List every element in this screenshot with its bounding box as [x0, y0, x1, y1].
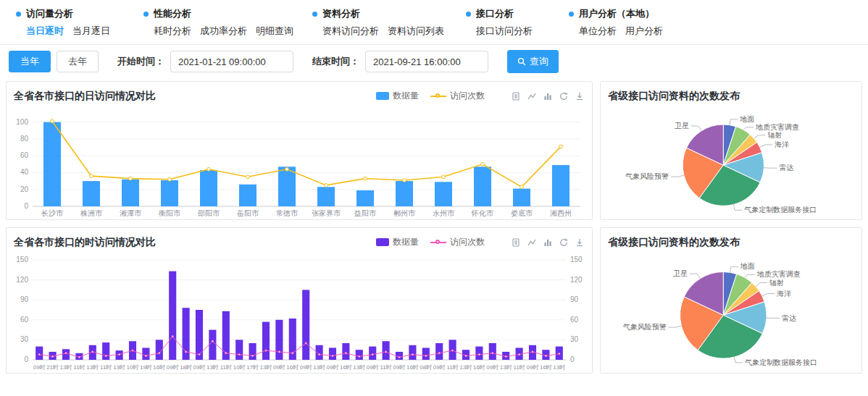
start-time-input[interactable] — [170, 51, 293, 72]
nav-group-title: 用户分析（本地） — [579, 7, 654, 20]
svg-text:09时: 09时 — [33, 364, 46, 371]
svg-text:08时: 08时 — [420, 364, 432, 371]
svg-text:益阳市: 益阳市 — [354, 209, 377, 217]
nav-item-hourly-today[interactable]: 当日逐时 — [26, 25, 64, 38]
svg-text:150: 150 — [570, 256, 583, 264]
svg-text:永州市: 永州市 — [433, 209, 455, 217]
svg-text:13时: 13时 — [60, 364, 72, 371]
svg-text:09时: 09时 — [433, 364, 446, 371]
bar-chart-icon[interactable] — [543, 237, 553, 248]
line-chart-icon[interactable] — [527, 91, 537, 101]
nav-group-users: 用户分析（本地） 单位分析 用户分析 — [569, 7, 663, 38]
hourly-chart-title: 全省各市接口的时访问情况对比 — [14, 236, 156, 249]
nav-item-user-analysis[interactable]: 用户分析 — [625, 25, 663, 38]
svg-text:雷达: 雷达 — [779, 164, 793, 172]
svg-text:地质灾害调查: 地质灾害调查 — [756, 270, 801, 278]
svg-text:16时: 16时 — [540, 364, 552, 371]
svg-text:09时: 09时 — [273, 364, 285, 371]
nav-item-interface-access[interactable]: 接口访问分析 — [476, 25, 533, 38]
data-view-icon[interactable] — [511, 91, 521, 101]
svg-text:11时: 11时 — [220, 364, 232, 371]
nav-item-data-access-list[interactable]: 资料访问列表 — [388, 25, 444, 38]
daily-chart-panel: 全省各市接口的日访问情况对比 数据量 访问次数 — [6, 81, 593, 220]
filter-bar: 当年 去年 开始时间： 结束时间： 查询 — [0, 45, 868, 78]
svg-text:卫星: 卫星 — [675, 122, 689, 130]
nav-group-performance: 性能分析 耗时分析 成功率分析 明细查询 — [143, 7, 293, 38]
svg-text:13时: 13时 — [553, 364, 565, 371]
svg-text:邵阳市: 邵阳市 — [198, 209, 220, 217]
svg-text:17时: 17时 — [246, 364, 259, 371]
nav-group-data: 资料分析 资料访问分析 资料访问列表 — [312, 7, 444, 38]
download-icon[interactable] — [575, 91, 585, 101]
svg-text:13时: 13时 — [206, 364, 219, 371]
chart-toolbox — [511, 91, 585, 101]
svg-text:09时: 09时 — [300, 364, 312, 371]
hourly-chart-canvas[interactable]: 0030306060909012012015015009时21时13时11时13… — [8, 253, 591, 373]
legend-item-visit-count[interactable]: 访问次数 — [430, 90, 485, 102]
svg-text:13时: 13时 — [260, 364, 272, 371]
svg-text:11时: 11时 — [446, 364, 458, 371]
download-icon[interactable] — [575, 237, 585, 248]
svg-text:09时: 09时 — [327, 364, 339, 371]
start-time-label: 开始时间： — [117, 55, 164, 68]
svg-text:09时: 09时 — [486, 364, 498, 371]
svg-text:郴州市: 郴州市 — [393, 209, 416, 217]
nav-item-time-cost[interactable]: 耗时分析 — [154, 25, 191, 38]
legend-label: 数据量 — [393, 90, 419, 102]
svg-text:雷达: 雷达 — [782, 314, 796, 322]
nav-group-visits: 访问量分析 当日逐时 当月逐日 — [16, 7, 110, 38]
svg-text:气象风险预警: 气象风险预警 — [625, 172, 669, 180]
svg-text:09时: 09时 — [393, 364, 406, 371]
svg-text:株洲市: 株洲市 — [80, 209, 103, 217]
pie-chart-canvas[interactable]: 地面地质灾害调查辐射海洋雷达气象定制数据服务接口气象风险预警卫星 — [601, 253, 861, 373]
svg-text:11时: 11时 — [380, 364, 391, 371]
svg-text:60: 60 — [570, 316, 579, 324]
svg-text:地面: 地面 — [739, 115, 754, 123]
chart-toolbox — [511, 237, 585, 248]
last-year-button[interactable]: 去年 — [57, 51, 99, 72]
nav-group-title: 访问量分析 — [26, 7, 73, 20]
top-nav: 访问量分析 当日逐时 当月逐日 性能分析 耗时分析 成功率分析 明细查询 资料分… — [0, 0, 868, 45]
nav-group-title: 资料分析 — [322, 7, 360, 20]
svg-text:0: 0 — [24, 355, 28, 363]
svg-text:13时: 13时 — [313, 364, 325, 371]
nav-item-data-access-analysis[interactable]: 资料访问分析 — [322, 25, 379, 38]
svg-text:21时: 21时 — [46, 364, 59, 371]
svg-text:海洋: 海洋 — [777, 290, 791, 298]
svg-text:衡阳市: 衡阳市 — [158, 209, 181, 217]
svg-text:19时: 19时 — [140, 364, 152, 371]
nav-item-success-rate[interactable]: 成功率分析 — [200, 25, 247, 38]
svg-text:卫星: 卫星 — [673, 269, 688, 277]
end-time-input[interactable] — [365, 51, 488, 72]
hourly-chart-legend: 数据量 访问次数 — [376, 236, 485, 248]
main-content: 全省各市接口的日访问情况对比 数据量 访问次数 — [0, 78, 868, 379]
bar-chart-icon[interactable] — [543, 91, 553, 101]
daily-chart-canvas[interactable]: 020406080100长沙市株洲市湘潭市衡阳市邵阳市岳阳市常德市张家界市益阳市… — [8, 106, 591, 219]
restore-icon[interactable] — [559, 91, 569, 101]
line-chart-icon[interactable] — [527, 237, 537, 248]
svg-text:怀化市: 怀化市 — [471, 209, 494, 217]
svg-text:120: 120 — [16, 276, 28, 284]
svg-text:20: 20 — [20, 185, 29, 193]
legend-item-data-volume[interactable]: 数据量 — [376, 90, 419, 102]
legend-label: 访问次数 — [450, 90, 485, 102]
line-legend-icon — [430, 96, 446, 97]
svg-text:辐射: 辐射 — [767, 131, 782, 139]
dot-icon — [143, 12, 149, 17]
svg-text:16时: 16时 — [153, 364, 165, 371]
nav-item-unit-analysis[interactable]: 单位分析 — [579, 25, 617, 38]
legend-label: 数据量 — [393, 236, 419, 248]
pie-chart-canvas[interactable]: 地面地质灾害调查辐射海洋雷达气象定制数据服务接口气象风险预警卫星 — [601, 106, 861, 219]
restore-icon[interactable] — [559, 237, 569, 248]
legend-item-data-volume[interactable]: 数据量 — [376, 236, 419, 248]
svg-text:150: 150 — [16, 256, 28, 264]
this-year-button[interactable]: 当年 — [9, 51, 51, 72]
svg-text:11时: 11时 — [513, 364, 525, 371]
search-button[interactable]: 查询 — [507, 50, 559, 73]
nav-group-title: 性能分析 — [154, 7, 191, 20]
nav-item-detail-query[interactable]: 明细查询 — [256, 25, 293, 38]
svg-text:气象定制数据服务接口: 气象定制数据服务接口 — [744, 206, 817, 214]
nav-item-daily-month[interactable]: 当月逐日 — [72, 25, 110, 38]
data-view-icon[interactable] — [511, 237, 521, 248]
legend-item-visit-count[interactable]: 访问次数 — [430, 236, 485, 248]
